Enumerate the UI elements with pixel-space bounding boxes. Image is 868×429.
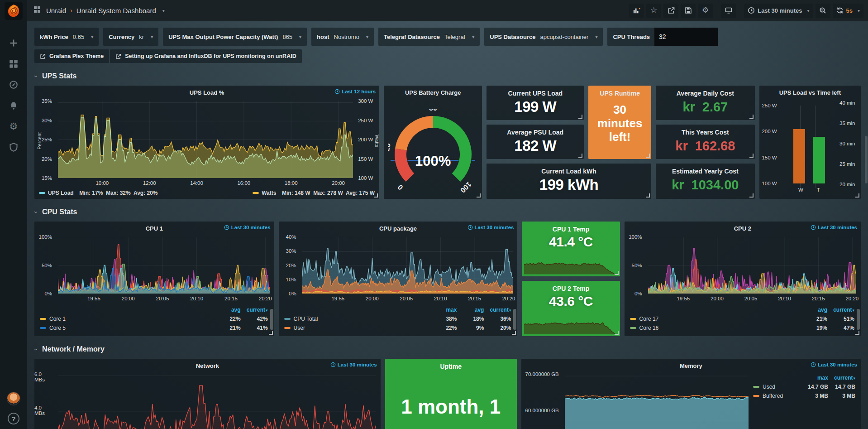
breadcrumb-dashboard-title[interactable]: Unraid System Dashboard — [76, 7, 156, 14]
share-button[interactable] — [663, 4, 678, 18]
var-host[interactable]: hostNostromo▾ — [311, 28, 374, 46]
panel-title[interactable]: CPU package — [379, 225, 417, 232]
network-chart[interactable] — [58, 374, 376, 429]
stat-title[interactable]: UPS Runtime — [588, 90, 651, 97]
memory-chart[interactable] — [565, 374, 749, 429]
external-link-icon — [40, 53, 46, 59]
panel-ups-load-vs-time-left: UPS Load vs Time left 250 W200 W150 W100… — [759, 86, 861, 199]
ups-load-chart[interactable] — [58, 101, 353, 178]
var-kwh-price[interactable]: kWh Price0.65▾ — [34, 28, 99, 46]
dashboard-grid-icon[interactable] — [33, 6, 41, 15]
legend-column-avg[interactable]: avg — [800, 307, 827, 313]
section-header-ups-stats[interactable]: › UPS Stats — [35, 72, 861, 80]
legend-scrollbar[interactable] — [270, 309, 273, 330]
panel-timerange[interactable]: Last 30 minutes — [811, 225, 857, 230]
legend-series-cpu-total[interactable]: CPU Total38%18%36% — [284, 314, 511, 323]
legend-column-current[interactable]: current▾ — [484, 307, 511, 313]
temp-sparkline — [524, 314, 617, 334]
add-panel-button[interactable] — [629, 4, 644, 18]
legend-column-current[interactable]: current▾ — [241, 307, 268, 313]
dashboard-link-grafana-plex-theme[interactable]: Grafana Plex Theme — [34, 49, 109, 63]
legend-scrollbar[interactable] — [513, 309, 516, 330]
var-ups-max-output-power-capacity-watt[interactable]: UPS Max Output Power Capacity (Watt)865▾ — [163, 28, 307, 46]
bar-label-T: T — [817, 187, 820, 193]
refresh-interval-label[interactable]: 5s — [846, 7, 853, 14]
cpu-stats-row: CPU 1 Last 30 minutes 100%50%0% 19:5520:… — [34, 222, 861, 336]
create-plus-icon[interactable] — [0, 33, 27, 53]
panel-title[interactable]: Memory — [680, 362, 702, 369]
zoom-out-button[interactable] — [816, 4, 830, 18]
stat-title[interactable]: CPU 1 Temp — [522, 226, 620, 233]
legend-scrollbar[interactable] — [857, 309, 860, 330]
stat-value: 182 W — [486, 137, 584, 154]
breadcrumb-app[interactable]: Unraid — [46, 7, 66, 14]
panel-title[interactable]: CPU 1 — [146, 225, 163, 232]
panel-title[interactable]: UPS Load vs Time left — [779, 89, 841, 96]
refresh-interval-caret-icon[interactable]: ▾ — [858, 8, 860, 13]
cpu1-chart[interactable] — [58, 237, 270, 294]
dashboard-settings-button[interactable]: ⚙ — [698, 4, 713, 18]
section-header-cpu-stats[interactable]: › CPU Stats — [35, 208, 861, 216]
grafana-logo[interactable] — [5, 2, 23, 20]
server-admin-shield-icon[interactable] — [0, 137, 27, 158]
legend-series-buffered[interactable]: Buffered3 MB3 MB — [753, 391, 855, 400]
cpu-package-chart[interactable] — [302, 237, 513, 294]
battery-gauge[interactable]: 02050100 100% — [384, 99, 482, 199]
legend-column-current[interactable]: current▾ — [828, 375, 855, 381]
stat-title[interactable]: This Years Cost — [656, 129, 755, 136]
help-icon[interactable]: ? — [8, 413, 19, 424]
alerting-bell-icon[interactable] — [0, 95, 27, 116]
panel-timerange[interactable]: Last 30 minutes — [811, 362, 857, 367]
star-button[interactable]: ☆ — [646, 4, 661, 18]
stat-title[interactable]: Average PSU Load — [486, 129, 584, 136]
legend-column-max[interactable]: max — [801, 375, 828, 381]
panel-timerange[interactable]: Last 30 minutes — [467, 225, 514, 230]
stat-title[interactable]: Current Load kWh — [486, 168, 651, 175]
refresh-button[interactable]: 5s ▾ — [833, 4, 864, 18]
bar-W[interactable] — [793, 129, 805, 183]
configuration-gear-icon[interactable]: ⚙ — [0, 116, 27, 137]
legend-series-core-1[interactable]: Core 122%42% — [40, 314, 268, 323]
stat-title[interactable]: CPU 2 Temp — [522, 285, 620, 292]
panel-timerange[interactable]: Last 12 hours — [334, 89, 376, 94]
save-button[interactable] — [681, 4, 696, 18]
dashboard-link-setting-up-grafana-and-influxd[interactable]: Setting up Grafana and InfluxDB for UPS … — [110, 49, 301, 63]
legend-series-core-16[interactable]: Core 1619%47% — [630, 323, 854, 333]
legend-column-max[interactable]: max — [429, 307, 457, 313]
legend-column-avg[interactable]: avg — [214, 307, 241, 313]
panel-title[interactable]: UPS Battery Charge — [405, 89, 461, 96]
var-currency[interactable]: Currencykr▾ — [103, 28, 158, 46]
explore-icon[interactable] — [0, 74, 27, 95]
panel-timerange[interactable]: Last 30 minutes — [330, 362, 377, 367]
legend-column-avg[interactable]: avg — [457, 307, 484, 313]
section-header-network-memory[interactable]: › Network / Memory — [35, 345, 861, 353]
cpu2-chart[interactable] — [648, 237, 856, 294]
panel-timerange[interactable]: Last 30 minutes — [224, 225, 271, 230]
legend-series-user[interactable]: User22%9%20% — [284, 323, 511, 333]
var-ups-datasource[interactable]: UPS Datasourceapcupsd-container▾ — [484, 28, 603, 46]
stat-title[interactable]: Average Daily Cost — [656, 90, 755, 97]
var-cpu-threads-input[interactable] — [654, 28, 718, 46]
panel-title[interactable]: Network — [196, 362, 219, 369]
dashboards-icon[interactable] — [0, 53, 27, 74]
legend-series-core-5[interactable]: Core 521%41% — [40, 323, 268, 333]
panel-legend: maxavgcurrent▾CPU Total38%18%36%User22%9… — [284, 305, 511, 334]
cycle-view-monitor-button[interactable] — [721, 4, 736, 18]
panel-title[interactable]: UPS Load % — [190, 89, 224, 96]
legend-column-current[interactable]: current▾ — [827, 307, 854, 313]
page-scrollbar[interactable] — [865, 136, 868, 183]
var-telegraf-datasource[interactable]: Telegraf DatasourceTelegraf▾ — [378, 28, 480, 46]
stat-title[interactable]: Current UPS Load — [486, 90, 584, 97]
stat-title[interactable]: Uptime — [385, 363, 517, 370]
bar-T[interactable] — [813, 137, 825, 183]
time-range-picker[interactable]: Last 30 minutes ▾ — [744, 4, 813, 18]
legend-series-core-17[interactable]: Core 1721%51% — [630, 314, 854, 323]
legend-series-used[interactable]: Used14.7 GB14.7 GB — [753, 382, 855, 391]
panel-cpu-1: CPU 1 Last 30 minutes 100%50%0% 19:5520:… — [34, 222, 274, 336]
legend-series-ups-load[interactable]: UPS Load Min: 17% Max: 32% Avg: 20% — [39, 189, 158, 197]
stat-title[interactable]: Estimated Yearly Cost — [656, 168, 755, 175]
legend-series-watts[interactable]: Watts Min: 148 W Max: 278 W Avg: 175 W — [253, 189, 375, 197]
breadcrumb-caret-icon[interactable]: ▾ — [162, 8, 165, 13]
user-avatar[interactable] — [7, 392, 20, 405]
panel-title[interactable]: CPU 2 — [734, 225, 751, 232]
